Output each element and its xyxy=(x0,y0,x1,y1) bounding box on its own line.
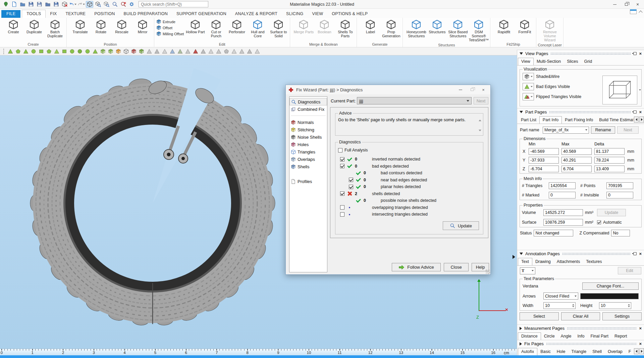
measurement-tab[interactable]: Angle xyxy=(558,333,575,340)
marking-tool-icon[interactable] xyxy=(45,48,52,55)
annotation-tab[interactable]: Textures xyxy=(583,258,605,265)
change-font-button[interactable]: Change Font... xyxy=(582,282,639,290)
fix-nav-item[interactable]: Noise Shells xyxy=(289,133,327,141)
delta-value[interactable]: 13.409 xyxy=(594,166,625,172)
marking-tool-icon[interactable] xyxy=(68,48,75,55)
ribbon-small-button[interactable]: Extrude xyxy=(156,19,184,24)
collapse-section-icon[interactable] xyxy=(520,253,523,255)
view-pages-tab[interactable]: Grid xyxy=(581,58,595,65)
invisible-value[interactable]: 0 xyxy=(606,192,633,198)
section-drag-area[interactable] xyxy=(562,253,631,255)
section-drag-area[interactable] xyxy=(550,52,631,55)
collapse-ribbon-icon[interactable] xyxy=(639,10,642,14)
quickbar-icon[interactable] xyxy=(69,1,76,8)
fix-pages-tab[interactable]: Hole xyxy=(554,348,569,355)
visualization-mode-button[interactable] xyxy=(523,73,534,80)
diagnostic-checkbox[interactable] xyxy=(340,164,344,168)
section-drag-area[interactable] xyxy=(567,327,637,329)
pin-icon[interactable] xyxy=(633,252,637,255)
part-pages-tab[interactable]: Build Time Estimation xyxy=(596,117,636,124)
expand-section-icon[interactable] xyxy=(520,342,522,346)
ribbon-button[interactable]: Hollow Part xyxy=(185,18,205,34)
fix-nav-item[interactable]: Profiles xyxy=(289,178,327,185)
marking-tool-icon[interactable] xyxy=(30,48,37,55)
marking-tool-icon[interactable] xyxy=(169,48,176,55)
sidebar-collapse-handle[interactable] xyxy=(513,255,515,259)
ribbon-button[interactable]: Surface to Solid xyxy=(268,18,288,38)
triangles-value[interactable]: 1420554 xyxy=(549,182,576,189)
min-value[interactable]: -6.704 xyxy=(529,166,559,172)
marking-tool-icon[interactable] xyxy=(254,48,261,55)
tab-scroll-right[interactable] xyxy=(639,348,644,354)
ribbon-button[interactable]: Shells To Parts xyxy=(335,18,355,38)
automatic-checkbox[interactable] xyxy=(597,220,601,224)
marking-tool-icon[interactable] xyxy=(223,48,230,55)
marking-tool-icon[interactable] xyxy=(38,48,45,55)
diagnostic-checkbox[interactable] xyxy=(340,212,344,217)
part-pages-tab[interactable]: Part List xyxy=(518,117,539,124)
ribbon-button[interactable]: Hull and Core xyxy=(248,18,268,38)
pin-icon[interactable] xyxy=(633,52,637,55)
marking-tool-icon[interactable] xyxy=(122,48,129,55)
marking-tool-icon[interactable] xyxy=(207,48,214,55)
ribbon-button[interactable]: Batch Duplicate xyxy=(45,18,65,38)
chevron-down-icon[interactable] xyxy=(639,89,641,91)
part-pages-tab[interactable]: Part Fixing Info xyxy=(562,117,596,124)
quickbar-icon[interactable] xyxy=(94,1,102,8)
pin-icon[interactable] xyxy=(633,110,637,114)
view-pages-tab[interactable]: View xyxy=(518,58,534,65)
toolbar-grip[interactable] xyxy=(3,49,5,54)
marking-tool-icon[interactable] xyxy=(99,48,106,55)
ribbon-button[interactable]: Prop Generation xyxy=(381,18,401,38)
quickbar-icon[interactable] xyxy=(27,1,35,8)
resize-grip[interactable] xyxy=(486,270,490,274)
ribbon-button[interactable]: Create xyxy=(3,18,23,34)
quickbar-icon[interactable] xyxy=(19,1,26,8)
visualization-mode-button[interactable] xyxy=(523,93,534,100)
text-tool-dropdown[interactable]: T xyxy=(520,267,535,274)
ribbon-button[interactable]: Rescale xyxy=(112,18,132,34)
marking-tool-icon[interactable] xyxy=(61,48,68,55)
menu-tab[interactable]: FILE xyxy=(1,10,20,18)
diagnostic-checkbox[interactable] xyxy=(340,191,344,196)
measurement-tab[interactable]: Circle xyxy=(541,333,558,340)
annotation-action-button[interactable]: Clear All xyxy=(561,312,600,320)
close-button[interactable]: × xyxy=(633,1,643,8)
ribbon-button[interactable]: Honeycomb Structures xyxy=(406,18,426,38)
quickbar-icon[interactable] xyxy=(52,1,60,8)
marking-tool-icon[interactable] xyxy=(107,48,114,55)
menu-tab[interactable]: FIX xyxy=(46,10,61,18)
ribbon-button[interactable]: DSM Somos® TetraShell™ xyxy=(469,18,489,42)
quickbar-icon[interactable] xyxy=(10,1,18,8)
annotation-tab[interactable]: Text xyxy=(518,258,532,266)
ribbon-button[interactable]: Rapidfit xyxy=(494,18,514,34)
ribbon-button[interactable]: Cut or Punch xyxy=(206,18,226,38)
collapse-section-icon[interactable] xyxy=(520,52,523,55)
next-part-button[interactable]: Next xyxy=(474,97,488,104)
close-section-icon[interactable]: × xyxy=(639,342,642,346)
collapse-section-icon[interactable] xyxy=(520,111,523,113)
fix-nav-item[interactable]: Combined Fix xyxy=(289,105,327,113)
quickbar-icon[interactable] xyxy=(103,1,110,8)
ribbon-button[interactable]: Mirror xyxy=(132,18,153,34)
marking-tool-icon[interactable] xyxy=(138,48,145,55)
marking-tool-icon[interactable] xyxy=(84,48,91,55)
tab-scroll-left[interactable] xyxy=(634,348,639,354)
annotation-tab[interactable]: Drawing xyxy=(532,258,554,265)
marking-tool-icon[interactable] xyxy=(92,48,99,55)
ribbon-small-button[interactable]: Offset xyxy=(156,25,184,30)
measurement-tab[interactable]: Final Part xyxy=(587,333,611,340)
measurement-tab[interactable]: Distance xyxy=(518,332,541,340)
marking-tool-icon[interactable] xyxy=(14,48,21,55)
marking-tool-icon[interactable] xyxy=(130,48,137,55)
min-value[interactable]: -40.569 xyxy=(529,148,559,155)
marked-value[interactable]: 0 xyxy=(549,192,576,198)
fix-nav-item[interactable]: Stitching xyxy=(289,126,327,133)
quickbar-icon[interactable] xyxy=(77,1,85,8)
menu-tab[interactable]: OPTIONS & HELP xyxy=(327,10,372,18)
tab-scroll-left[interactable] xyxy=(634,117,639,123)
ribbon-button[interactable]: Label xyxy=(360,18,380,34)
edit-annotation-button[interactable]: Edit xyxy=(618,267,641,274)
follow-advice-button[interactable]: Follow Advice xyxy=(392,263,441,271)
ribbon-button[interactable]: Translate xyxy=(70,18,90,34)
